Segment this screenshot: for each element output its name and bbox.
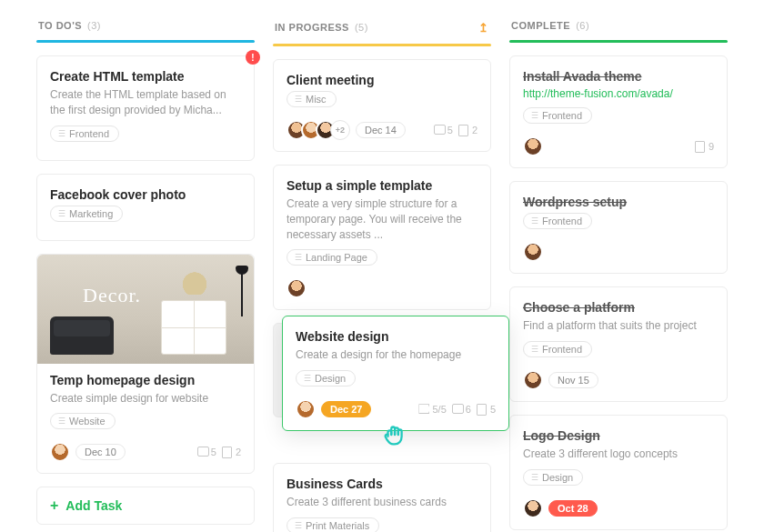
column-title: COMPLETE xyxy=(511,20,570,31)
column-title: IN PROGRESS xyxy=(275,22,349,33)
tag-pill[interactable]: ☰ Misc xyxy=(286,91,337,107)
checklist-progress: 5/5 xyxy=(418,404,446,415)
plus-icon: + xyxy=(50,498,58,513)
due-date-pill[interactable]: Dec 14 xyxy=(356,122,406,138)
avatar-group xyxy=(50,442,70,462)
tag-icon: ☰ xyxy=(58,209,65,218)
task-card[interactable]: Choose a platform Find a platform that s… xyxy=(509,286,728,402)
tag-pill[interactable]: ☰ Landing Page xyxy=(286,249,377,266)
due-date-pill[interactable]: Dec 10 xyxy=(75,444,126,460)
card-footer: Nov 15 xyxy=(523,370,714,390)
add-task-button[interactable]: + Add Task xyxy=(36,487,255,525)
tag-icon: ☰ xyxy=(304,374,311,383)
attachments-count: 2 xyxy=(222,447,241,457)
column-accent-bar xyxy=(509,40,728,43)
tag-pill[interactable]: ☰ Frontend xyxy=(523,213,592,229)
card-cover-image: Decor. xyxy=(37,255,254,364)
comments-count: 6 xyxy=(452,404,471,415)
attachments-count: 5 xyxy=(477,404,496,415)
task-card[interactable]: Client meeting ☰ Misc +2 Dec 14 5 2 xyxy=(273,59,491,152)
comment-icon xyxy=(452,404,463,415)
tag-pill[interactable]: ☰ Frontend xyxy=(523,341,592,357)
card-title: Create HTML template xyxy=(50,69,241,84)
avatar-group xyxy=(296,399,316,419)
column-in-progress: IN PROGRESS (5) ↥ Client meeting ☰ Misc … xyxy=(273,15,491,532)
tag-label: Frontend xyxy=(69,128,109,139)
task-card[interactable]: Facebook cover photo ☰ Marketing xyxy=(36,174,255,241)
tag-icon: ☰ xyxy=(531,473,538,482)
tag-label: Frontend xyxy=(542,216,582,226)
card-description: Find a platform that suits the project xyxy=(523,318,714,334)
column-accent-bar xyxy=(36,40,255,43)
tag-pill[interactable]: ☰ Frontend xyxy=(50,125,119,142)
kanban-board: TO DO'S (3) Create HTML template Create … xyxy=(36,15,728,532)
collapse-up-icon[interactable]: ↥ xyxy=(477,20,491,35)
column-title: TO DO'S xyxy=(38,20,82,31)
card-footer: 9 xyxy=(523,136,714,156)
card-footer: +2 Dec 14 5 2 xyxy=(286,120,478,140)
avatar[interactable] xyxy=(523,242,543,262)
column-header-complete: COMPLETE (6) xyxy=(509,15,728,40)
avatar[interactable] xyxy=(50,442,70,462)
tag-pill[interactable]: ☰ Marketing xyxy=(50,206,123,222)
avatar[interactable] xyxy=(523,370,543,390)
tag-label: Landing Page xyxy=(306,252,367,263)
due-date-pill[interactable]: Dec 27 xyxy=(321,401,371,417)
tag-label: Frontend xyxy=(542,344,582,355)
avatar-group: +2 xyxy=(286,120,350,140)
card-title: Wordpress setup xyxy=(523,195,714,209)
card-description: Create a very simple structure for a tem… xyxy=(286,196,478,242)
tag-pill[interactable]: ☰ Design xyxy=(296,370,356,386)
tag-icon: ☰ xyxy=(295,521,302,530)
card-footer: Oct 28 xyxy=(523,498,714,518)
card-description: Create 3 different business cards xyxy=(286,495,478,510)
tag-icon: ☰ xyxy=(531,111,538,120)
card-description: Create 3 different logo concepts xyxy=(523,447,714,462)
avatar-group xyxy=(523,136,543,156)
comments-count: 5 xyxy=(197,447,216,457)
due-date-pill[interactable]: Oct 28 xyxy=(548,500,598,517)
tag-pill[interactable]: ☰ Frontend xyxy=(523,107,592,124)
card-title: Choose a platform xyxy=(523,300,714,315)
column-count: (5) xyxy=(355,22,368,33)
avatar[interactable] xyxy=(286,278,307,298)
plant-decoration xyxy=(177,260,212,295)
card-link[interactable]: http://theme-fusion.com/avada/ xyxy=(523,87,714,100)
column-header-in-progress: IN PROGRESS (5) ↥ xyxy=(273,15,491,44)
task-card-dragging[interactable]: Website design Create a design for the h… xyxy=(282,316,509,431)
due-date-pill[interactable]: Nov 15 xyxy=(548,372,598,388)
avatar-more[interactable]: +2 xyxy=(330,120,350,140)
task-card[interactable]: Logo Design Create 3 different logo conc… xyxy=(509,415,728,530)
lamp-decoration xyxy=(234,262,250,316)
card-description: Create a design for the homepage xyxy=(296,347,496,363)
tag-icon: ☰ xyxy=(531,216,538,226)
task-card[interactable]: Create HTML template Create the HTML tem… xyxy=(36,55,255,161)
drag-area: Website design Create a design for the h… xyxy=(273,323,491,417)
comment-icon xyxy=(197,447,208,457)
tag-pill[interactable]: ☰ Design xyxy=(523,469,583,486)
tag-label: Marketing xyxy=(69,208,113,219)
task-card[interactable]: Decor. Temp homepage design Create simpl… xyxy=(36,254,255,475)
column-header-todo: TO DO'S (3) xyxy=(36,15,255,40)
avatar[interactable] xyxy=(296,399,316,419)
task-card[interactable]: Wordpress setup ☰ Frontend xyxy=(509,181,728,274)
card-title: Website design xyxy=(296,329,496,344)
avatar[interactable] xyxy=(523,136,543,156)
tag-icon: ☰ xyxy=(295,95,302,104)
column-accent-bar xyxy=(273,44,491,46)
card-footer xyxy=(286,278,478,298)
tag-pill[interactable]: ☰ Website xyxy=(50,413,116,429)
avatar-group xyxy=(523,498,543,518)
dresser-decoration xyxy=(161,300,226,355)
column-complete: COMPLETE (6) Install Avada theme http://… xyxy=(509,15,728,532)
tag-pill[interactable]: ☰ Print Materials xyxy=(286,517,379,532)
task-card[interactable]: Business Cards Create 3 different busine… xyxy=(273,463,491,532)
card-title: Setup a simple template xyxy=(286,178,478,193)
sofa-decoration xyxy=(50,316,114,355)
avatar[interactable] xyxy=(523,498,543,518)
task-card[interactable]: Setup a simple template Create a very si… xyxy=(273,165,491,310)
card-footer xyxy=(523,242,714,262)
task-card[interactable]: Install Avada theme http://theme-fusion.… xyxy=(509,55,728,168)
tag-label: Frontend xyxy=(542,110,582,121)
column-todo: TO DO'S (3) Create HTML template Create … xyxy=(36,15,255,525)
